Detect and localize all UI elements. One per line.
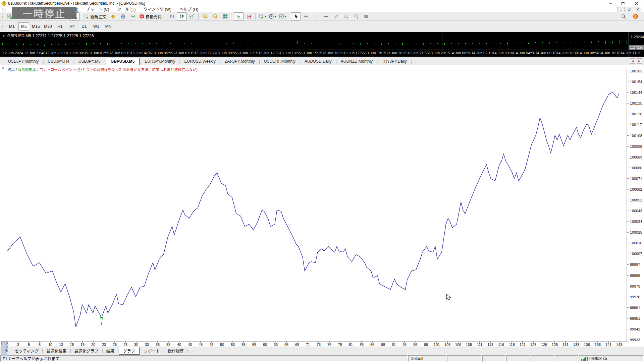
tester-tab-グラフ[interactable]: グラフ — [119, 347, 140, 355]
tabs-scroll-right-icon[interactable]: ► — [637, 58, 642, 64]
chart-tab-usdjpy-h4[interactable]: USDJPY,H4 — [44, 58, 73, 65]
toolbar-fibo-channel-button[interactable]: F — [341, 12, 351, 20]
chart-tab-tryjpy-daily[interactable]: TRYJPY,Daily — [378, 58, 411, 65]
y-axis-label: 99961 — [630, 306, 640, 310]
chart-tab-audnzd-monthly[interactable]: AUDNZD,Monthly — [337, 58, 377, 65]
timeframe-m15-button[interactable]: M15 — [31, 22, 41, 31]
timeframe-m1-button[interactable]: M1 — [6, 22, 17, 31]
dropdown-arrow-icon[interactable]: ▾ — [275, 15, 276, 18]
mini-chart[interactable]: ▼ GBPUSD,M5 1.27271 1.27275 1.27225 1.27… — [0, 32, 644, 50]
menu-item[interactable]: ウィンドウ (W) — [140, 7, 175, 12]
tester-tab-最適化グラフ[interactable]: 最適化グラフ — [71, 347, 102, 354]
toolbar-shapes-button[interactable] — [361, 12, 371, 20]
child-minimize-button[interactable] — [617, 7, 625, 12]
toolbar-deposit-button[interactable] — [108, 12, 118, 20]
restore-button[interactable] — [621, 1, 626, 6]
toolbar-auto-scroll-button[interactable] — [234, 12, 244, 20]
child-close-button[interactable] — [634, 7, 641, 12]
toolbar-trend-line-button[interactable] — [331, 12, 341, 20]
y-axis-label: 100052 — [630, 198, 642, 202]
toolbar-crosshair-button[interactable] — [301, 12, 311, 20]
x-axis-label: 13 — [59, 343, 63, 347]
y-axis-label: 99997 — [630, 262, 640, 266]
toolbar-signals-button[interactable] — [128, 12, 138, 20]
tester-tab-セッティング[interactable]: セッティング — [11, 347, 42, 354]
menu-item[interactable]: ヘルプ (H) — [175, 7, 202, 12]
toolbar-zoom-in-button[interactable] — [200, 12, 210, 20]
toolbar-periods-button[interactable]: ▾ — [267, 12, 277, 20]
x-axis-label: 118 — [509, 343, 515, 347]
x-axis-label: 96 — [413, 343, 417, 347]
toolbar-mql-community-button[interactable] — [118, 12, 128, 20]
toolbar-cursor-button[interactable] — [291, 12, 301, 20]
y-axis-label: 100163 — [630, 69, 642, 73]
toolbar-tile-windows-button[interactable] — [220, 12, 230, 20]
x-axis-label: 108 — [466, 343, 472, 347]
tester-tab-結果[interactable]: 結果 — [103, 347, 118, 354]
symbol-marker-icon: ▼ — [2, 34, 5, 38]
menu-item[interactable]: ツール (T) — [113, 7, 140, 12]
toolbar-separator — [198, 13, 199, 20]
toolbar-chart-line-button[interactable] — [187, 12, 197, 20]
close-button[interactable] — [634, 1, 639, 6]
search-icon[interactable] — [619, 12, 629, 20]
toolbar-vertical-line-button[interactable] — [311, 12, 321, 20]
notifications-icon[interactable] — [631, 12, 641, 20]
chart-tab-usdjpy-m5[interactable]: USDJPY,M5 — [74, 58, 105, 65]
timeframe-m5-button[interactable]: M5 — [18, 22, 29, 31]
y-axis-label: 99951 — [630, 316, 640, 320]
timeframe-d1-button[interactable]: D1 — [79, 22, 90, 31]
time-axis-label: 14 Jun 00:50 — [450, 51, 472, 55]
chart-tab-usdjpy-monthly[interactable]: USDJPY,Monthly — [4, 58, 43, 65]
toolbar-chart-shift-button[interactable] — [244, 12, 254, 20]
timeframe-mn-button[interactable]: MN — [103, 22, 114, 31]
timeframe-h1-button[interactable]: H1 — [55, 22, 65, 31]
chart-tab-eurusd-weekly[interactable]: EURUSD,Weekly — [180, 58, 220, 65]
chart-tab-audusd-daily[interactable]: AUDUSD,Daily — [301, 58, 336, 65]
dropdown-arrow-icon[interactable]: ▾ — [265, 15, 266, 18]
toolbar-new-order-button[interactable]: 新規注文 — [83, 12, 108, 20]
chart-candles-icon — [179, 14, 184, 19]
timeframe-h4-button[interactable]: H4 — [67, 22, 77, 31]
y-axis-label: 100062 — [630, 187, 642, 191]
tester-tab-操作履歴[interactable]: 操作履歴 — [164, 347, 187, 354]
toolbar-templates-button[interactable]: ▾ — [277, 12, 287, 20]
timeframe-m30-button[interactable]: M30 — [43, 22, 53, 31]
tester-tab-最適化結果[interactable]: 最適化結果 — [43, 347, 70, 354]
toolbar-indicators-button[interactable]: ▾ — [257, 12, 267, 20]
x-axis-label: 30 — [134, 343, 138, 347]
minimize-button[interactable] — [608, 1, 612, 6]
tester-tab-レポート[interactable]: レポート — [141, 347, 163, 354]
toolbar-auto-trading-button[interactable]: 自動売買 — [138, 12, 163, 20]
chart-tab-usdchf-monthly[interactable]: USDCHF,Monthly — [260, 58, 300, 65]
toolbar-zoom-out-button[interactable] — [210, 12, 220, 20]
main-toolbar: ▾▾新規注文自動売買▾▾▾FF — [0, 12, 644, 21]
time-axis-label: 14 Jun 07:30 — [556, 51, 578, 55]
chart-tab-zarjpy-monthly[interactable]: ZARJPY,Monthly — [221, 58, 259, 65]
toolbar-chart-candles-button[interactable] — [177, 12, 187, 20]
dropdown-arrow-icon[interactable]: ▾ — [285, 15, 286, 18]
toolbar-fibonacci-button[interactable]: F — [351, 12, 361, 20]
y-axis-label: 100016 — [630, 241, 642, 245]
x-axis-label: 81 — [349, 343, 353, 347]
tile-windows-icon — [223, 14, 228, 19]
fibonacci-icon: F — [354, 14, 359, 19]
y-axis-label: 100117 — [630, 123, 642, 127]
timeframe-grip[interactable] — [2, 23, 4, 29]
toolbar-horizontal-line-button[interactable] — [321, 12, 331, 20]
chart-tab-gbpusd-m5[interactable]: GBPUSD,M5 — [106, 58, 140, 65]
tester-panel-vertical-tab[interactable]: テスター — [1, 341, 7, 356]
status-profile[interactable]: Default — [408, 355, 446, 362]
toolbar-chart-bars-button[interactable] — [167, 12, 177, 20]
x-axis-label: 138 — [595, 343, 601, 347]
timeframe-w1-button[interactable]: W1 — [91, 22, 102, 31]
mql-community-icon — [120, 14, 126, 19]
time-axis-label: 13 Jun 20:35 — [386, 51, 408, 55]
child-restore-button[interactable] — [626, 7, 633, 12]
toolbar-grip[interactable] — [2, 13, 4, 19]
vertical-line-icon — [313, 14, 319, 19]
x-axis-label: 63 — [274, 343, 278, 347]
chart-tab-eurjpy-monthly[interactable]: EURJPY,Monthly — [141, 58, 179, 65]
menu-item[interactable]: チャート (C) — [83, 7, 113, 12]
tabs-scroll-left-icon[interactable]: ◄ — [630, 58, 635, 64]
